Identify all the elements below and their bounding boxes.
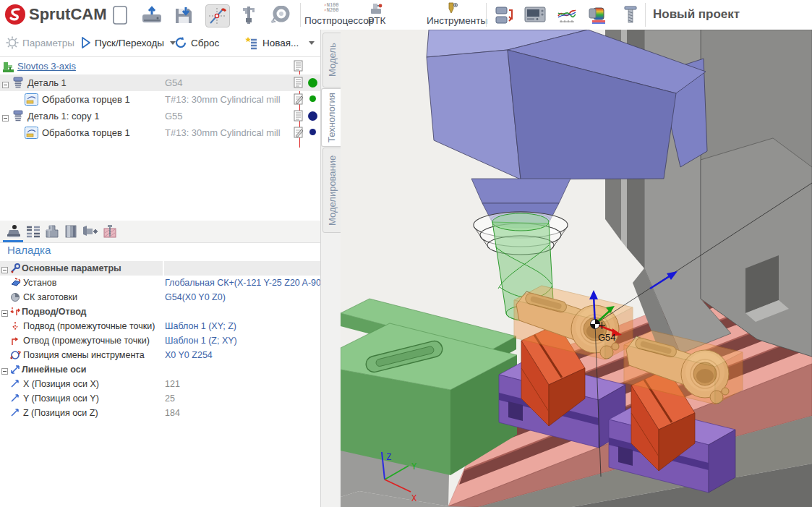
linear-axis-icon bbox=[10, 408, 20, 419]
approach-icon bbox=[10, 321, 20, 333]
param-section-approach[interactable]: Подвод/Отвод bbox=[0, 304, 320, 319]
collapse-box-icon[interactable] bbox=[2, 113, 9, 124]
toolbar-separator bbox=[300, 3, 301, 27]
drill-tool-icon bbox=[427, 1, 477, 14]
machine-link[interactable]: Slovtos 3-axis bbox=[17, 61, 76, 72]
scheme-button[interactable] bbox=[493, 4, 516, 26]
stepped-part-icon bbox=[45, 224, 59, 239]
snap-toggle-button[interactable] bbox=[205, 4, 230, 27]
tools-button[interactable]: Инструменты bbox=[427, 1, 477, 26]
floppy-save-icon bbox=[174, 6, 193, 25]
machine-3d-viewport[interactable]: G54 Z Y X bbox=[341, 30, 812, 507]
toolbar-separator bbox=[645, 3, 646, 27]
machine-icon bbox=[2, 60, 15, 75]
drive-open-icon bbox=[142, 6, 162, 25]
collapse-box-icon[interactable] bbox=[1, 265, 8, 276]
caliper-button[interactable] bbox=[237, 4, 260, 26]
tree-row-operation-1[interactable]: Обработка торцев 1 T#13: 30mm Cylindrica… bbox=[0, 91, 320, 108]
snap-magnet-icon bbox=[208, 7, 227, 25]
document-icon[interactable] bbox=[294, 77, 303, 90]
operations-tree: Slovtos 3-axis Деталь 1 G54 Обработка то… bbox=[0, 58, 320, 141]
retract-icon bbox=[10, 336, 20, 348]
param-row-wcs[interactable]: СК заготовки G54(X0 Y0 Z0) bbox=[0, 290, 320, 304]
new-document-button[interactable] bbox=[108, 4, 132, 26]
blank-page-icon bbox=[112, 6, 128, 25]
parameters-button[interactable]: Параметры bbox=[6, 30, 74, 56]
gear-sun-icon bbox=[6, 36, 19, 49]
tree-root-row[interactable]: Slovtos 3-axis bbox=[0, 58, 320, 74]
edited-document-icon[interactable] bbox=[294, 93, 304, 107]
postprocessor-button[interactable]: ›N100›N200 Постпроцессор bbox=[304, 1, 358, 26]
cylinder-stock-button[interactable] bbox=[62, 223, 80, 239]
graphs-button[interactable] bbox=[555, 4, 578, 26]
status-dot bbox=[307, 111, 318, 124]
tape-measure-button[interactable] bbox=[269, 4, 292, 26]
stepped-part-button[interactable] bbox=[43, 223, 61, 239]
document-icon[interactable] bbox=[294, 110, 303, 124]
machine-scene[interactable]: G54 Z Y X bbox=[341, 30, 812, 507]
param-row-retract[interactable]: Отвод (промежуточные точки) Шаблон 1 (Z;… bbox=[0, 333, 320, 348]
wcs-label: G54 bbox=[598, 332, 616, 343]
param-row-axis-z[interactable]: Z (Позиция оси Z) 184 bbox=[0, 406, 320, 420]
operations-list-icon bbox=[25, 225, 41, 238]
simulation-control-bar: Параметры Пуск/Переходы Сброс Новая... bbox=[0, 30, 320, 57]
param-section-linear-axes[interactable]: Линейные оси bbox=[0, 362, 320, 377]
save-project-button[interactable] bbox=[172, 4, 195, 26]
machine-setup-icon bbox=[5, 224, 21, 239]
scheme-icon bbox=[495, 6, 515, 25]
new-operation-dropdown[interactable] bbox=[307, 30, 315, 56]
setup-panel-title: Наладка bbox=[7, 244, 51, 256]
param-section-main[interactable]: Основные параметры bbox=[0, 261, 320, 276]
operations-list-button[interactable] bbox=[25, 223, 42, 239]
open-project-button[interactable] bbox=[140, 4, 163, 26]
collapse-box-icon[interactable] bbox=[1, 367, 8, 377]
materials-button[interactable] bbox=[586, 4, 609, 26]
tab-model[interactable]: Модель bbox=[322, 33, 341, 88]
workpiece-icon bbox=[12, 110, 25, 125]
collapse-box-icon[interactable] bbox=[2, 80, 9, 90]
sphere-icon bbox=[10, 292, 20, 304]
tool-change-icon bbox=[10, 350, 21, 362]
z-axis-label: Z bbox=[386, 452, 391, 462]
tree-row-operation-2[interactable]: Обработка торцев 1 T#13: 30mm Cylindrica… bbox=[0, 124, 320, 141]
param-row-toolchange[interactable]: Позиция смены инструмента X0 Y0 Z254 bbox=[0, 348, 320, 362]
project-title: Новый проект bbox=[653, 7, 740, 22]
tree-row-detail-2[interactable]: Деталь 1: copy 1 G55 bbox=[0, 108, 320, 124]
y-axis-label: Y bbox=[411, 461, 417, 472]
wrench-icon bbox=[10, 263, 21, 276]
linear-axis-icon bbox=[10, 393, 20, 405]
x-axis-label: X bbox=[411, 493, 417, 503]
reset-button[interactable]: Сброс bbox=[174, 30, 219, 56]
setup-cs-icon bbox=[10, 278, 22, 290]
new-operation-icon bbox=[244, 35, 259, 50]
param-row-axis-x[interactable]: X (Позиция оси X) 121 bbox=[0, 377, 320, 391]
param-row-ustanov[interactable]: Установ Глобальная СК+(X-121 Y-25 Z20 A-… bbox=[0, 276, 320, 290]
rtk-button[interactable]: РТК bbox=[362, 1, 392, 26]
document-icon[interactable] bbox=[294, 60, 303, 74]
tab-modeling[interactable]: Моделирование bbox=[322, 148, 341, 233]
run-transitions-button[interactable]: Пуск/Переходы bbox=[81, 30, 176, 56]
screw-button[interactable] bbox=[619, 4, 642, 26]
machine-panel-icon bbox=[524, 7, 546, 24]
setup-mode-button[interactable] bbox=[4, 223, 22, 239]
param-row-approach[interactable]: Подвод (промежуточные точки) Шаблон 1 (X… bbox=[0, 319, 320, 333]
tree-row-detail-1[interactable]: Деталь 1 G54 bbox=[0, 74, 320, 91]
setup-parameters: Основные параметры Установ Глобальная СК… bbox=[0, 261, 320, 420]
workpiece-icon bbox=[12, 77, 25, 92]
fixture-screw-button[interactable] bbox=[101, 223, 119, 239]
screw-icon bbox=[623, 5, 638, 25]
edited-document-icon[interactable] bbox=[294, 127, 304, 140]
machine-panel-button[interactable] bbox=[523, 4, 547, 26]
vise-button[interactable] bbox=[81, 223, 98, 239]
workspace-tab-strip: Модель Технология Моделирование bbox=[320, 30, 342, 507]
nc-code-icon: ›N100›N200 bbox=[304, 1, 358, 14]
face-milling-operation-icon bbox=[25, 93, 38, 108]
status-dot bbox=[307, 77, 318, 90]
play-icon bbox=[81, 37, 91, 48]
param-row-axis-y[interactable]: Y (Позиция оси Y) 25 bbox=[0, 391, 320, 406]
new-operation-button[interactable]: Новая... bbox=[244, 30, 299, 56]
cylinder-stock-icon bbox=[64, 224, 77, 239]
toolbar-separator bbox=[486, 3, 487, 27]
collapse-box-icon[interactable] bbox=[1, 309, 8, 319]
tab-technology[interactable]: Технология bbox=[321, 88, 341, 147]
